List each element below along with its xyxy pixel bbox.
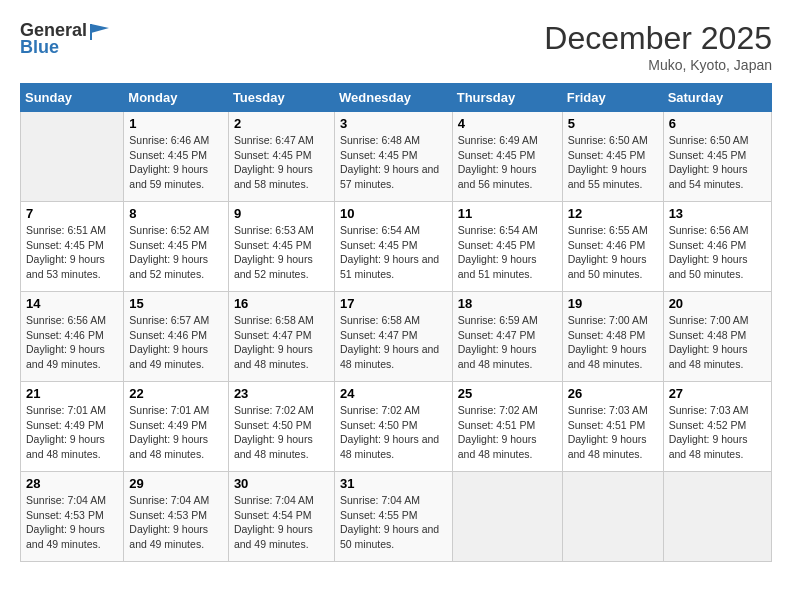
calendar-cell: 2Sunrise: 6:47 AMSunset: 4:45 PMDaylight…	[228, 112, 334, 202]
calendar-cell: 22Sunrise: 7:01 AMSunset: 4:49 PMDayligh…	[124, 382, 229, 472]
day-number: 4	[458, 116, 557, 131]
calendar-cell: 4Sunrise: 6:49 AMSunset: 4:45 PMDaylight…	[452, 112, 562, 202]
day-info: Sunrise: 7:03 AMSunset: 4:52 PMDaylight:…	[669, 403, 766, 462]
calendar-cell: 12Sunrise: 6:55 AMSunset: 4:46 PMDayligh…	[562, 202, 663, 292]
calendar-cell: 24Sunrise: 7:02 AMSunset: 4:50 PMDayligh…	[334, 382, 452, 472]
calendar-cell: 14Sunrise: 6:56 AMSunset: 4:46 PMDayligh…	[21, 292, 124, 382]
day-info: Sunrise: 7:04 AMSunset: 4:55 PMDaylight:…	[340, 493, 447, 552]
weekday-header-friday: Friday	[562, 84, 663, 112]
calendar-week-3: 14Sunrise: 6:56 AMSunset: 4:46 PMDayligh…	[21, 292, 772, 382]
calendar-cell: 8Sunrise: 6:52 AMSunset: 4:45 PMDaylight…	[124, 202, 229, 292]
calendar-cell: 5Sunrise: 6:50 AMSunset: 4:45 PMDaylight…	[562, 112, 663, 202]
weekday-header-wednesday: Wednesday	[334, 84, 452, 112]
day-info: Sunrise: 6:50 AMSunset: 4:45 PMDaylight:…	[669, 133, 766, 192]
calendar-cell: 29Sunrise: 7:04 AMSunset: 4:53 PMDayligh…	[124, 472, 229, 562]
day-number: 15	[129, 296, 223, 311]
calendar-cell: 30Sunrise: 7:04 AMSunset: 4:54 PMDayligh…	[228, 472, 334, 562]
calendar-cell	[452, 472, 562, 562]
calendar-cell: 16Sunrise: 6:58 AMSunset: 4:47 PMDayligh…	[228, 292, 334, 382]
weekday-header-thursday: Thursday	[452, 84, 562, 112]
day-number: 13	[669, 206, 766, 221]
day-info: Sunrise: 7:04 AMSunset: 4:54 PMDaylight:…	[234, 493, 329, 552]
calendar-cell: 13Sunrise: 6:56 AMSunset: 4:46 PMDayligh…	[663, 202, 771, 292]
weekday-header-monday: Monday	[124, 84, 229, 112]
day-info: Sunrise: 7:04 AMSunset: 4:53 PMDaylight:…	[26, 493, 118, 552]
day-number: 5	[568, 116, 658, 131]
title-block: December 2025 Muko, Kyoto, Japan	[544, 20, 772, 73]
month-title: December 2025	[544, 20, 772, 57]
calendar-cell: 31Sunrise: 7:04 AMSunset: 4:55 PMDayligh…	[334, 472, 452, 562]
calendar-cell: 26Sunrise: 7:03 AMSunset: 4:51 PMDayligh…	[562, 382, 663, 472]
day-info: Sunrise: 7:01 AMSunset: 4:49 PMDaylight:…	[26, 403, 118, 462]
day-number: 23	[234, 386, 329, 401]
calendar-cell: 28Sunrise: 7:04 AMSunset: 4:53 PMDayligh…	[21, 472, 124, 562]
day-number: 17	[340, 296, 447, 311]
day-number: 19	[568, 296, 658, 311]
day-number: 3	[340, 116, 447, 131]
logo: General Blue	[20, 20, 111, 58]
page-header: General Blue December 2025 Muko, Kyoto, …	[20, 20, 772, 73]
calendar-week-1: 1Sunrise: 6:46 AMSunset: 4:45 PMDaylight…	[21, 112, 772, 202]
calendar-body: 1Sunrise: 6:46 AMSunset: 4:45 PMDaylight…	[21, 112, 772, 562]
day-info: Sunrise: 6:53 AMSunset: 4:45 PMDaylight:…	[234, 223, 329, 282]
day-number: 27	[669, 386, 766, 401]
day-number: 12	[568, 206, 658, 221]
calendar-cell: 11Sunrise: 6:54 AMSunset: 4:45 PMDayligh…	[452, 202, 562, 292]
day-info: Sunrise: 6:50 AMSunset: 4:45 PMDaylight:…	[568, 133, 658, 192]
day-number: 8	[129, 206, 223, 221]
day-info: Sunrise: 6:54 AMSunset: 4:45 PMDaylight:…	[340, 223, 447, 282]
weekday-header-tuesday: Tuesday	[228, 84, 334, 112]
day-number: 11	[458, 206, 557, 221]
day-number: 24	[340, 386, 447, 401]
calendar-cell: 17Sunrise: 6:58 AMSunset: 4:47 PMDayligh…	[334, 292, 452, 382]
day-info: Sunrise: 6:58 AMSunset: 4:47 PMDaylight:…	[234, 313, 329, 372]
calendar-cell: 19Sunrise: 7:00 AMSunset: 4:48 PMDayligh…	[562, 292, 663, 382]
day-info: Sunrise: 7:04 AMSunset: 4:53 PMDaylight:…	[129, 493, 223, 552]
day-number: 1	[129, 116, 223, 131]
day-number: 14	[26, 296, 118, 311]
svg-marker-0	[91, 24, 109, 33]
day-info: Sunrise: 6:51 AMSunset: 4:45 PMDaylight:…	[26, 223, 118, 282]
day-number: 10	[340, 206, 447, 221]
day-info: Sunrise: 6:59 AMSunset: 4:47 PMDaylight:…	[458, 313, 557, 372]
calendar-cell: 18Sunrise: 6:59 AMSunset: 4:47 PMDayligh…	[452, 292, 562, 382]
day-info: Sunrise: 7:02 AMSunset: 4:50 PMDaylight:…	[340, 403, 447, 462]
day-info: Sunrise: 6:52 AMSunset: 4:45 PMDaylight:…	[129, 223, 223, 282]
weekday-header-saturday: Saturday	[663, 84, 771, 112]
day-number: 21	[26, 386, 118, 401]
day-info: Sunrise: 7:00 AMSunset: 4:48 PMDaylight:…	[669, 313, 766, 372]
calendar-week-2: 7Sunrise: 6:51 AMSunset: 4:45 PMDaylight…	[21, 202, 772, 292]
day-info: Sunrise: 7:02 AMSunset: 4:50 PMDaylight:…	[234, 403, 329, 462]
day-info: Sunrise: 6:46 AMSunset: 4:45 PMDaylight:…	[129, 133, 223, 192]
day-number: 26	[568, 386, 658, 401]
day-info: Sunrise: 7:01 AMSunset: 4:49 PMDaylight:…	[129, 403, 223, 462]
weekday-header-sunday: Sunday	[21, 84, 124, 112]
calendar-week-4: 21Sunrise: 7:01 AMSunset: 4:49 PMDayligh…	[21, 382, 772, 472]
day-info: Sunrise: 7:02 AMSunset: 4:51 PMDaylight:…	[458, 403, 557, 462]
calendar-cell: 3Sunrise: 6:48 AMSunset: 4:45 PMDaylight…	[334, 112, 452, 202]
day-info: Sunrise: 6:49 AMSunset: 4:45 PMDaylight:…	[458, 133, 557, 192]
logo-flag-icon	[89, 22, 111, 40]
calendar-cell	[21, 112, 124, 202]
day-info: Sunrise: 6:55 AMSunset: 4:46 PMDaylight:…	[568, 223, 658, 282]
location: Muko, Kyoto, Japan	[544, 57, 772, 73]
day-info: Sunrise: 6:58 AMSunset: 4:47 PMDaylight:…	[340, 313, 447, 372]
day-info: Sunrise: 6:47 AMSunset: 4:45 PMDaylight:…	[234, 133, 329, 192]
calendar-cell: 27Sunrise: 7:03 AMSunset: 4:52 PMDayligh…	[663, 382, 771, 472]
day-number: 31	[340, 476, 447, 491]
day-info: Sunrise: 6:54 AMSunset: 4:45 PMDaylight:…	[458, 223, 557, 282]
calendar-cell: 21Sunrise: 7:01 AMSunset: 4:49 PMDayligh…	[21, 382, 124, 472]
day-number: 30	[234, 476, 329, 491]
calendar-table: SundayMondayTuesdayWednesdayThursdayFrid…	[20, 83, 772, 562]
day-number: 2	[234, 116, 329, 131]
calendar-cell: 15Sunrise: 6:57 AMSunset: 4:46 PMDayligh…	[124, 292, 229, 382]
day-number: 29	[129, 476, 223, 491]
day-info: Sunrise: 6:57 AMSunset: 4:46 PMDaylight:…	[129, 313, 223, 372]
calendar-week-5: 28Sunrise: 7:04 AMSunset: 4:53 PMDayligh…	[21, 472, 772, 562]
day-info: Sunrise: 6:48 AMSunset: 4:45 PMDaylight:…	[340, 133, 447, 192]
day-number: 16	[234, 296, 329, 311]
calendar-cell	[562, 472, 663, 562]
calendar-cell: 6Sunrise: 6:50 AMSunset: 4:45 PMDaylight…	[663, 112, 771, 202]
calendar-cell: 9Sunrise: 6:53 AMSunset: 4:45 PMDaylight…	[228, 202, 334, 292]
day-number: 9	[234, 206, 329, 221]
